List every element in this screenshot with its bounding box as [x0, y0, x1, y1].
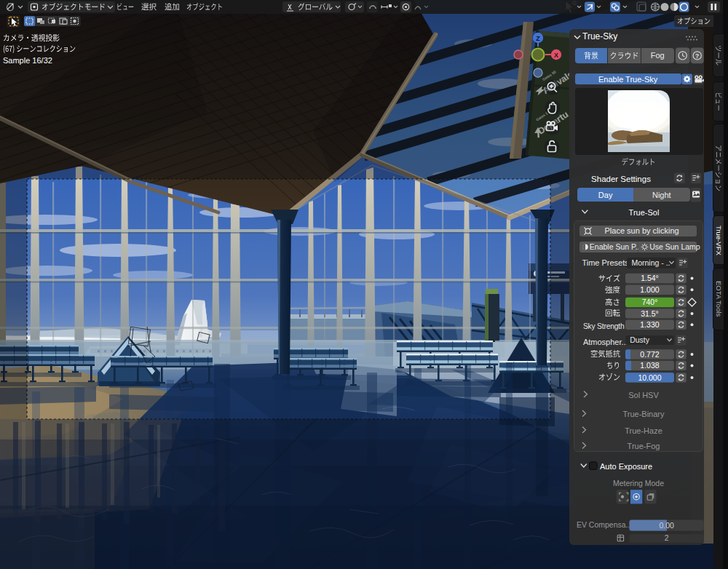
svg-text:2: 2 — [665, 533, 669, 542]
svg-text:0.00: 0.00 — [659, 521, 674, 530]
